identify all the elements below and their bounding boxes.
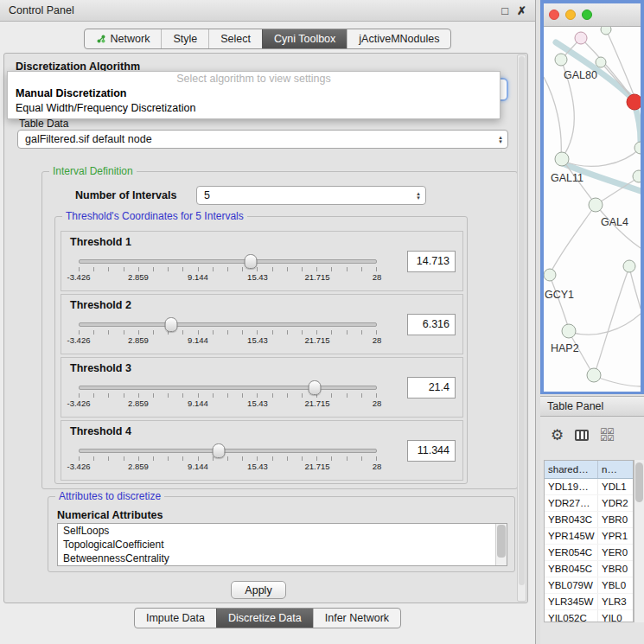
tab-select[interactable]: Select bbox=[208, 29, 262, 48]
table-row[interactable]: YER054CYER0 bbox=[545, 545, 633, 561]
tab-network[interactable]: Network bbox=[85, 29, 162, 48]
threshold-label: Threshold 4 bbox=[70, 425, 131, 437]
slider-handle[interactable] bbox=[308, 380, 321, 395]
cell-name[interactable]: YER0 bbox=[598, 545, 633, 560]
network-node[interactable] bbox=[623, 260, 635, 272]
slider-handle[interactable] bbox=[164, 317, 177, 332]
threshold-value-field[interactable]: 14.713 bbox=[407, 251, 456, 272]
select-columns-icon[interactable]: ☑☑ ☑☑ bbox=[600, 428, 614, 442]
cell-shared-name[interactable]: YBL079W bbox=[545, 577, 598, 593]
cell-name[interactable]: YDR2 bbox=[598, 495, 633, 511]
threshold-panel: Threshold 3-3.4262.8599.14415.4321.71528… bbox=[61, 357, 463, 418]
network-node[interactable] bbox=[544, 269, 556, 281]
slider-handle[interactable] bbox=[245, 254, 258, 269]
table-row[interactable]: YBR045CYBR0 bbox=[545, 561, 633, 577]
table-row[interactable]: YDR27…YDR2 bbox=[545, 495, 633, 512]
table-row[interactable]: YBL079WYBL0 bbox=[545, 577, 633, 594]
cell-shared-name[interactable]: YLR345W bbox=[545, 594, 598, 609]
column-header-shared-name[interactable]: shared… bbox=[545, 461, 598, 478]
dropdown-item-equal-width[interactable]: Equal Width/Frequency Discretization bbox=[8, 101, 500, 116]
network-node[interactable] bbox=[596, 57, 606, 67]
control-panel-scrollbar[interactable] bbox=[517, 54, 526, 602]
dropdown-item-manual-discretization[interactable]: Manual Discretization bbox=[8, 86, 500, 101]
algorithm-dropdown-popup: Select algorithm to view settings Manual… bbox=[7, 71, 501, 119]
slider-handle[interactable] bbox=[213, 443, 226, 458]
network-node[interactable] bbox=[589, 198, 603, 212]
cell-name[interactable]: YBR0 bbox=[598, 561, 633, 577]
zoom-traffic-light-icon[interactable] bbox=[582, 10, 592, 20]
attributes-list-scrollbar[interactable] bbox=[495, 524, 507, 565]
number-of-intervals-select[interactable]: 5 ▴ ▾ bbox=[196, 186, 426, 205]
attribute-list-item[interactable]: TopologicalCoefficient bbox=[58, 538, 507, 552]
cell-name[interactable]: YLR3 bbox=[598, 594, 633, 609]
attribute-list-item[interactable]: BetweennessCentrality bbox=[58, 552, 507, 565]
tab-cyni-toolbox[interactable]: Cyni Toolbox bbox=[262, 29, 347, 48]
table-row[interactable]: YBR043CYBR0 bbox=[545, 512, 633, 528]
cell-name[interactable]: YBR0 bbox=[598, 512, 633, 527]
tab-discretize-data[interactable]: Discretize Data bbox=[216, 609, 313, 628]
tab-jactivemnodules[interactable]: jActiveMNodules bbox=[347, 29, 450, 48]
cell-shared-name[interactable]: YIL052C bbox=[545, 610, 598, 622]
table-row[interactable]: YLR345WYLR3 bbox=[545, 594, 633, 610]
cell-shared-name[interactable]: YER054C bbox=[545, 545, 598, 560]
threshold-value-field[interactable]: 21.4 bbox=[407, 377, 456, 399]
gear-icon[interactable]: ⚙ bbox=[551, 428, 564, 443]
slider-scale-label: 21.715 bbox=[304, 399, 329, 408]
table-row[interactable]: YIL052CYIL0 bbox=[545, 610, 633, 622]
table-data-select[interactable]: galFiltered.sif default node ▴ ▾ bbox=[17, 130, 508, 149]
cell-name[interactable]: YIL0 bbox=[598, 610, 633, 622]
threshold-slider[interactable]: -3.4262.8599.14415.4321.71528 bbox=[79, 380, 377, 415]
tab-impute-data[interactable]: Impute Data bbox=[135, 609, 216, 628]
tab-infer-network[interactable]: Infer Network bbox=[313, 609, 400, 628]
scrollbar-thumb[interactable] bbox=[497, 525, 506, 558]
cell-shared-name[interactable]: YDR27… bbox=[545, 495, 598, 511]
maximize-icon[interactable]: □ bbox=[501, 4, 508, 17]
threshold-value-field[interactable]: 6.316 bbox=[407, 314, 456, 335]
cell-name[interactable]: YDL1 bbox=[598, 479, 633, 494]
show-columns-icon[interactable] bbox=[575, 430, 589, 441]
slider-track[interactable] bbox=[79, 449, 377, 453]
cell-name[interactable]: YPR1 bbox=[598, 528, 633, 544]
scrollbar-thumb[interactable] bbox=[519, 56, 525, 585]
slider-scale-label: 21.715 bbox=[304, 335, 329, 345]
slider-track[interactable] bbox=[79, 259, 377, 264]
attributes-group: Attributes to discretize Numerical Attri… bbox=[48, 496, 515, 572]
apply-button[interactable]: Apply bbox=[231, 581, 286, 599]
attribute-list-item[interactable]: SelfLoops bbox=[58, 524, 507, 538]
slider-scale-label: 9.144 bbox=[188, 462, 208, 471]
slider-scale-label: 2.859 bbox=[128, 462, 149, 471]
close-traffic-light-icon[interactable] bbox=[549, 10, 559, 20]
network-node[interactable] bbox=[633, 170, 641, 182]
attributes-list[interactable]: SelfLoopsTopologicalCoefficientBetweenne… bbox=[57, 523, 507, 566]
table-row[interactable]: YPR145WYPR1 bbox=[545, 528, 633, 545]
threshold-value-field[interactable]: 11.344 bbox=[407, 440, 456, 462]
network-node[interactable] bbox=[601, 27, 611, 35]
minimize-traffic-light-icon[interactable] bbox=[565, 10, 576, 20]
scrollbar-thumb[interactable] bbox=[635, 462, 643, 502]
table-row[interactable]: YDL19…YDL1 bbox=[545, 479, 633, 495]
close-icon[interactable]: ✗ bbox=[517, 4, 526, 17]
slider-scale-label: -3.426 bbox=[67, 462, 91, 471]
cell-shared-name[interactable]: YPR145W bbox=[545, 528, 598, 544]
tab-label: Cyni Toolbox bbox=[274, 33, 335, 45]
cell-shared-name[interactable]: YBR043C bbox=[545, 512, 598, 527]
threshold-slider[interactable]: -3.4262.8599.14415.4321.71528 bbox=[79, 254, 377, 289]
network-node-selected[interactable] bbox=[627, 94, 641, 110]
network-node[interactable] bbox=[562, 324, 576, 338]
cell-name[interactable]: YBL0 bbox=[598, 577, 633, 593]
cell-shared-name[interactable]: YBR045C bbox=[545, 561, 598, 577]
column-header-name[interactable]: n… bbox=[598, 461, 633, 478]
table-scrollbar[interactable] bbox=[634, 460, 644, 622]
network-canvas[interactable]: GAL80 GAL11 GAL4 GCY1 HAP2 bbox=[544, 27, 641, 392]
slider-track[interactable] bbox=[79, 386, 377, 390]
network-node[interactable] bbox=[555, 54, 567, 66]
cell-shared-name[interactable]: YDL19… bbox=[545, 479, 598, 494]
threshold-slider[interactable]: -3.4262.8599.14415.4321.71528 bbox=[79, 317, 377, 352]
network-node[interactable] bbox=[555, 152, 569, 166]
tab-label: Impute Data bbox=[146, 612, 205, 624]
network-node[interactable] bbox=[587, 368, 601, 382]
threshold-slider[interactable]: -3.4262.8599.14415.4321.71528 bbox=[79, 443, 377, 478]
slider-track[interactable] bbox=[79, 322, 377, 327]
tab-style[interactable]: Style bbox=[161, 29, 208, 48]
network-node[interactable] bbox=[575, 32, 587, 44]
